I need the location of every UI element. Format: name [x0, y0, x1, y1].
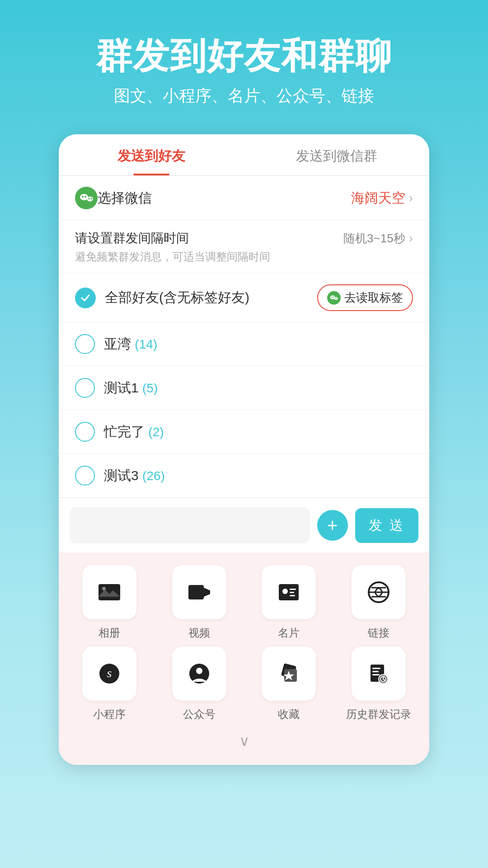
- svg-point-13: [337, 297, 338, 298]
- toolbar: 相册 视频: [59, 552, 429, 765]
- collect-icon: [276, 661, 301, 686]
- radio-circle-0: [75, 334, 95, 354]
- svg-rect-22: [290, 589, 296, 590]
- svg-point-12: [335, 297, 336, 298]
- tool-history[interactable]: 历史群发记录: [341, 646, 417, 722]
- tag-group-label-0: 亚湾 (14): [104, 335, 157, 354]
- wechat-select-row: 选择微信 海阔天空 ›: [59, 176, 429, 221]
- tag-group-row-2[interactable]: 忙完了 (2): [59, 410, 429, 454]
- card-icon-box: [262, 565, 316, 619]
- svg-point-9: [334, 297, 338, 300]
- svg-point-21: [282, 589, 288, 594]
- wechat-select-value[interactable]: 海阔天空: [351, 189, 405, 208]
- video-icon: [187, 580, 212, 605]
- toolbar-row-2: s 小程序 公众号: [71, 646, 417, 722]
- toolbar-row-1: 相册 视频: [71, 565, 417, 640]
- collapse-button[interactable]: ∨: [71, 728, 417, 759]
- radio-circle-3: [75, 466, 95, 486]
- official-label: 公众号: [183, 707, 216, 722]
- tool-collect[interactable]: 收藏: [251, 646, 327, 722]
- official-icon-box: [172, 646, 226, 701]
- interval-chevron-icon: ›: [409, 231, 413, 245]
- miniapp-label: 小程序: [93, 707, 126, 722]
- svg-rect-39: [372, 674, 380, 675]
- radio-circle-1: [75, 378, 95, 398]
- card-label: 名片: [278, 626, 300, 640]
- history-label: 历史群发记录: [346, 707, 411, 722]
- svg-point-5: [88, 198, 89, 199]
- miniapp-icon-box: s: [82, 646, 136, 701]
- svg-rect-18: [188, 585, 204, 599]
- wechat-select-label: 选择微信: [98, 189, 351, 208]
- svg-point-32: [196, 668, 202, 674]
- video-icon-box: [172, 565, 226, 619]
- album-label: 相册: [99, 626, 120, 640]
- official-icon: [187, 661, 212, 686]
- all-friends-label: 全部好友(含无标签好友): [105, 288, 317, 307]
- collect-label: 收藏: [278, 707, 300, 722]
- interval-row: 请设置群发间隔时间 随机3~15秒 › 避免频繁群发消息，可适当调整间隔时间: [59, 221, 429, 274]
- interval-main-label: 请设置群发间隔时间: [75, 230, 189, 247]
- read-tag-wechat-icon: [327, 291, 341, 305]
- add-button[interactable]: +: [317, 510, 348, 541]
- all-friends-row[interactable]: 全部好友(含无标签好友) 去读取标签: [59, 274, 429, 322]
- interval-value: 随机3~15秒: [343, 231, 405, 246]
- tag-group-row-1[interactable]: 测试1 (5): [59, 366, 429, 410]
- tab-friends[interactable]: 发送到好友: [59, 134, 244, 175]
- read-tag-label: 去读取标签: [344, 290, 403, 306]
- svg-point-2: [87, 197, 93, 202]
- collect-icon-box: [262, 646, 316, 701]
- svg-point-11: [333, 297, 334, 297]
- tag-group-label-1: 测试1 (5): [104, 379, 158, 397]
- svg-point-10: [331, 297, 332, 297]
- tab-bar: 发送到好友 发送到微信群: [59, 134, 429, 176]
- read-tag-button[interactable]: 去读取标签: [317, 284, 413, 311]
- input-area: + 发 送: [59, 498, 429, 552]
- phone-card: 发送到好友 发送到微信群 选择微信 海阔天空 › 请设置群发间隔时间 随机3~1…: [59, 134, 429, 765]
- tool-official[interactable]: 公众号: [161, 646, 237, 722]
- interval-value-area[interactable]: 随机3~15秒 ›: [343, 231, 413, 246]
- svg-point-6: [90, 198, 92, 199]
- link-label: 链接: [368, 626, 389, 640]
- wechat-logo-icon: [75, 187, 98, 209]
- svg-point-17: [102, 587, 106, 590]
- tag-group-row-3[interactable]: 测试3 (26): [59, 454, 429, 498]
- send-button[interactable]: 发 送: [355, 508, 418, 543]
- svg-rect-23: [290, 592, 294, 593]
- svg-rect-38: [372, 671, 379, 672]
- svg-point-4: [84, 196, 86, 198]
- checked-icon: [75, 288, 96, 308]
- svg-rect-37: [372, 668, 380, 669]
- svg-rect-15: [99, 584, 120, 600]
- radio-circle-2: [75, 422, 95, 442]
- card-icon: [276, 580, 301, 605]
- svg-marker-19: [204, 588, 210, 597]
- album-icon-box: [82, 565, 136, 619]
- tool-video[interactable]: 视频: [161, 565, 237, 640]
- tab-groups[interactable]: 发送到微信群: [244, 134, 429, 175]
- svg-point-3: [82, 196, 84, 198]
- interval-sub-label: 避免频繁群发消息，可适当调整间隔时间: [75, 250, 413, 264]
- page-subtitle: 图文、小程序、名片、公众号、链接: [114, 85, 374, 107]
- chevron-right-icon: ›: [409, 191, 413, 205]
- tag-group-row-0[interactable]: 亚湾 (14): [59, 322, 429, 366]
- message-input[interactable]: [70, 507, 310, 543]
- tag-group-label-3: 测试3 (26): [104, 467, 165, 485]
- tag-group-label-2: 忙完了 (2): [104, 423, 164, 441]
- tool-album[interactable]: 相册: [71, 565, 147, 640]
- miniapp-icon: s: [97, 661, 122, 686]
- svg-rect-20: [279, 584, 299, 600]
- page-title: 群发到好友和群聊: [96, 36, 392, 76]
- tool-miniapp[interactable]: s 小程序: [71, 646, 147, 722]
- tool-link[interactable]: 链接: [341, 565, 417, 640]
- video-label: 视频: [188, 626, 210, 640]
- history-icon-box: [352, 646, 406, 701]
- collapse-icon: ∨: [239, 732, 249, 750]
- svg-rect-24: [290, 595, 295, 596]
- svg-text:s: s: [107, 666, 112, 680]
- link-icon: [366, 580, 391, 605]
- tool-card[interactable]: 名片: [251, 565, 327, 640]
- album-icon: [97, 580, 122, 605]
- history-icon: [366, 661, 391, 686]
- link-icon-box: [352, 565, 406, 619]
